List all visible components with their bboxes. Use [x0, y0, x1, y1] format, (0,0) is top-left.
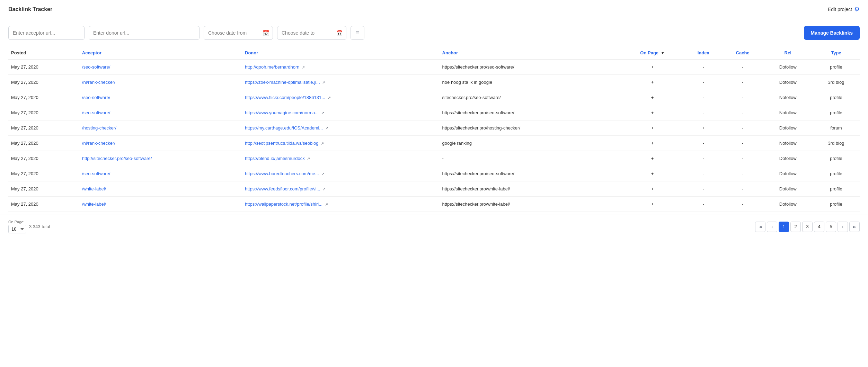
table-row: May 27, 2020 /seo-software/ https://www.…: [8, 166, 860, 181]
cell-index: -: [685, 105, 722, 120]
cell-rel: Dofollow: [763, 59, 813, 75]
page-1-button[interactable]: 1: [779, 222, 789, 232]
cell-acceptor: /seo-software/: [79, 90, 242, 105]
table-row: May 27, 2020 /nl/rank-checker/ https://z…: [8, 75, 860, 90]
cell-acceptor: /white-label/: [79, 181, 242, 197]
cell-donor: https://www.boredteachers.com/me... ↗: [242, 166, 440, 181]
cell-anchor: https://sitechecker.pro/white-label/: [440, 197, 620, 212]
date-from-wrapper: 📅: [204, 26, 273, 40]
donor-url: https://www.feedsfloor.com/profile/vi...: [245, 186, 320, 191]
prev-page-button[interactable]: ‹: [767, 222, 777, 232]
filter-options-button[interactable]: ≡: [351, 26, 364, 40]
last-page-button[interactable]: ⏭: [849, 222, 860, 232]
donor-url: https://blend.io/jamesmurdock: [245, 156, 305, 161]
cell-rel: Dofollow: [763, 75, 813, 90]
cell-type: 3rd blog: [813, 136, 860, 151]
cell-on-page: +: [620, 197, 684, 212]
cell-anchor: -: [440, 151, 620, 166]
col-acceptor[interactable]: Acceptor: [79, 47, 242, 59]
total-count: 3 343 total: [29, 224, 50, 229]
donor-url: http://seotipsentrucs.tilda.ws/seoblog: [245, 141, 318, 146]
cell-posted: May 27, 2020: [8, 136, 79, 151]
external-link-icon[interactable]: ↗: [325, 126, 328, 130]
cell-posted: May 27, 2020: [8, 120, 79, 136]
external-link-icon[interactable]: ↗: [322, 80, 325, 84]
cell-index: -: [685, 166, 722, 181]
external-link-icon[interactable]: ↗: [321, 172, 325, 176]
cell-posted: May 27, 2020: [8, 90, 79, 105]
cell-index: -: [685, 136, 722, 151]
external-link-icon[interactable]: ↗: [322, 187, 326, 191]
cell-cache: -: [722, 59, 763, 75]
external-link-icon[interactable]: ↗: [321, 141, 324, 145]
external-link-icon[interactable]: ↗: [328, 96, 331, 100]
cell-type: profile: [813, 166, 860, 181]
cell-type: forum: [813, 120, 860, 136]
table-row: May 27, 2020 /hosting-checker/ https://m…: [8, 120, 860, 136]
next-page-button[interactable]: ›: [838, 222, 848, 232]
col-type[interactable]: Type: [813, 47, 860, 59]
cell-on-page: +: [620, 136, 684, 151]
date-to-input[interactable]: [277, 26, 346, 40]
edit-project-button[interactable]: Edit project ⚙: [828, 6, 860, 13]
cell-donor: https://my.carthage.edu/ICS/Academi... ↗: [242, 120, 440, 136]
cell-type: profile: [813, 90, 860, 105]
col-anchor[interactable]: Anchor: [440, 47, 620, 59]
cell-rel: Dofollow: [763, 166, 813, 181]
cell-anchor: https://sitechecker.pro/seo-software/: [440, 166, 620, 181]
external-link-icon[interactable]: ↗: [302, 65, 305, 69]
filter-lines-icon: ≡: [356, 29, 360, 37]
donor-url: https://www.boredteachers.com/me...: [245, 171, 319, 176]
cell-on-page: +: [620, 151, 684, 166]
external-link-icon[interactable]: ↗: [307, 156, 310, 161]
cell-on-page: +: [620, 90, 684, 105]
external-link-icon[interactable]: ↗: [325, 202, 328, 206]
cell-anchor: https://sitechecker.pro/white-label/: [440, 181, 620, 197]
donor-url: http://qooh.me/bernardhorn: [245, 64, 300, 70]
cell-anchor: https://sitechecker.pro/seo-software/: [440, 105, 620, 120]
first-page-button[interactable]: ⏮: [755, 222, 765, 232]
cell-donor: https://www.youmagine.com/norma... ↗: [242, 105, 440, 120]
cell-index: -: [685, 90, 722, 105]
col-rel[interactable]: Rel: [763, 47, 813, 59]
cell-rel: Nofollow: [763, 105, 813, 120]
cell-cache: -: [722, 166, 763, 181]
manage-backlinks-button[interactable]: Manage Backlinks: [804, 26, 860, 40]
cell-rel: Dofollow: [763, 120, 813, 136]
cell-anchor: google ranking: [440, 136, 620, 151]
cell-rel: Dofollow: [763, 151, 813, 166]
col-donor[interactable]: Donor: [242, 47, 440, 59]
col-cache[interactable]: Cache: [722, 47, 763, 59]
cell-cache: -: [722, 120, 763, 136]
donor-url: https://wallpaperstock.net/profile/shirl…: [245, 202, 322, 207]
cell-index: -: [685, 151, 722, 166]
per-page-select[interactable]: 10 25 50 100: [8, 225, 26, 233]
cell-on-page: +: [620, 75, 684, 90]
cell-rel: Nofollow: [763, 136, 813, 151]
table-header: Posted Acceptor Donor Anchor On Page ▼ I…: [8, 47, 860, 59]
cell-donor: http://qooh.me/bernardhorn ↗: [242, 59, 440, 75]
page-3-button[interactable]: 3: [802, 222, 813, 232]
page-2-button[interactable]: 2: [790, 222, 801, 232]
backlinks-table: Posted Acceptor Donor Anchor On Page ▼ I…: [8, 47, 860, 212]
cell-cache: -: [722, 151, 763, 166]
cell-cache: -: [722, 181, 763, 197]
external-link-icon[interactable]: ↗: [321, 111, 324, 115]
per-page-control: On Page: 10 25 50 100 3 343 total: [8, 220, 50, 233]
cell-acceptor: http://sitechecker.pro/seo-software/: [79, 151, 242, 166]
donor-input[interactable]: [89, 26, 200, 40]
col-index[interactable]: Index: [685, 47, 722, 59]
page-4-button[interactable]: 4: [814, 222, 824, 232]
cell-acceptor: /hosting-checker/: [79, 120, 242, 136]
cell-posted: May 27, 2020: [8, 59, 79, 75]
acceptor-input[interactable]: [8, 26, 85, 40]
cell-on-page: +: [620, 120, 684, 136]
cell-posted: May 27, 2020: [8, 105, 79, 120]
cell-type: profile: [813, 181, 860, 197]
page-5-button[interactable]: 5: [826, 222, 836, 232]
col-on-page[interactable]: On Page ▼: [620, 47, 684, 59]
date-from-input[interactable]: [204, 26, 273, 40]
col-posted: Posted: [8, 47, 79, 59]
per-page-label: On Page:: [8, 220, 26, 224]
cell-donor: https://blend.io/jamesmurdock ↗: [242, 151, 440, 166]
